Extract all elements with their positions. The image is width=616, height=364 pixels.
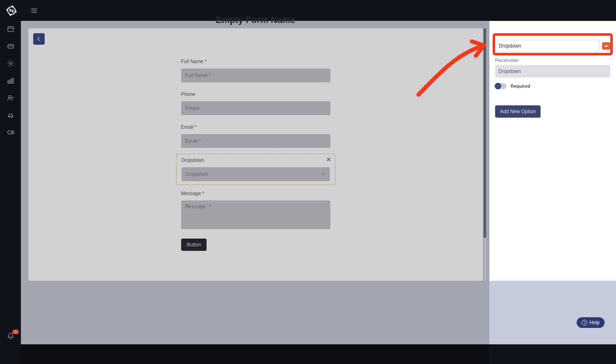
rail-video-icon[interactable] bbox=[7, 128, 15, 136]
message-input[interactable] bbox=[181, 200, 330, 229]
field-email[interactable]: Email * bbox=[176, 121, 335, 151]
rail-user-add-icon[interactable] bbox=[7, 94, 15, 102]
field-label-message: Message * bbox=[181, 191, 330, 196]
canvas-scrollbar-thumb[interactable] bbox=[484, 28, 486, 238]
chevron-down-icon bbox=[321, 172, 326, 177]
field-label-email: Email * bbox=[181, 124, 330, 130]
required-toggle[interactable] bbox=[495, 83, 507, 89]
rail-bell-icon[interactable]: 1 bbox=[7, 332, 15, 340]
svg-rect-9 bbox=[8, 81, 9, 83]
full-name-input[interactable] bbox=[181, 68, 330, 82]
app-logo[interactable] bbox=[6, 5, 17, 16]
toggle-knob bbox=[495, 83, 501, 89]
help-label: Help bbox=[589, 320, 600, 325]
dropdown-placeholder: Dropdown bbox=[186, 171, 208, 177]
bottom-chrome bbox=[0, 344, 616, 364]
field-label-phone: Phone bbox=[181, 91, 330, 97]
required-label: Required bbox=[511, 84, 530, 89]
form-canvas: Empty Form Name Full Name * Phone Email … bbox=[28, 28, 483, 281]
form-submit-button[interactable]: Button bbox=[181, 239, 207, 251]
panel-label-input[interactable] bbox=[495, 40, 600, 52]
svg-point-8 bbox=[9, 63, 11, 65]
rail-window-icon[interactable] bbox=[7, 25, 15, 33]
panel-placeholder-input[interactable] bbox=[495, 65, 610, 77]
field-label-full-name: Full Name * bbox=[181, 59, 330, 64]
field-phone[interactable]: Phone bbox=[176, 88, 335, 118]
back-button[interactable] bbox=[33, 33, 45, 45]
form-title: Empty Form Name bbox=[28, 15, 483, 25]
label-more-button[interactable]: ••• bbox=[602, 42, 610, 50]
svg-rect-17 bbox=[8, 131, 12, 134]
field-full-name[interactable]: Full Name * bbox=[176, 55, 335, 86]
svg-point-12 bbox=[8, 96, 11, 98]
svg-rect-10 bbox=[10, 80, 11, 83]
rail-card-icon[interactable] bbox=[7, 42, 15, 50]
dropdown-input[interactable]: Dropdown bbox=[182, 167, 330, 181]
field-message[interactable]: Message * bbox=[176, 187, 335, 234]
help-button[interactable]: ? Help bbox=[577, 317, 605, 328]
remove-field-icon[interactable] bbox=[326, 157, 332, 162]
field-dropdown[interactable]: Dropdown Dropdown bbox=[176, 154, 335, 185]
stage: Empty Form Name Full Name * Phone Email … bbox=[21, 21, 616, 364]
panel-placeholder-label: Placeholder bbox=[495, 58, 610, 63]
rail-car-icon[interactable] bbox=[7, 111, 15, 119]
add-option-button[interactable]: Add New Option bbox=[495, 105, 541, 118]
help-icon: ? bbox=[582, 320, 587, 325]
notification-badge: 1 bbox=[12, 330, 18, 334]
sidebar-rail: 1 KG bbox=[0, 21, 21, 364]
rail-chart-icon[interactable] bbox=[7, 77, 15, 85]
properties-panel: ••• Placeholder Required Add New Option bbox=[489, 21, 616, 281]
svg-rect-4 bbox=[8, 27, 14, 32]
form-card: Full Name * Phone Email * Dropdown bbox=[176, 55, 335, 258]
field-label-dropdown: Dropdown bbox=[182, 157, 330, 163]
phone-input[interactable] bbox=[181, 101, 330, 115]
rail-gear-icon[interactable] bbox=[7, 59, 15, 68]
canvas-scrollbar[interactable] bbox=[484, 28, 486, 281]
email-input[interactable] bbox=[181, 134, 330, 148]
svg-rect-11 bbox=[12, 78, 13, 83]
menu-toggle-icon[interactable] bbox=[30, 7, 38, 14]
